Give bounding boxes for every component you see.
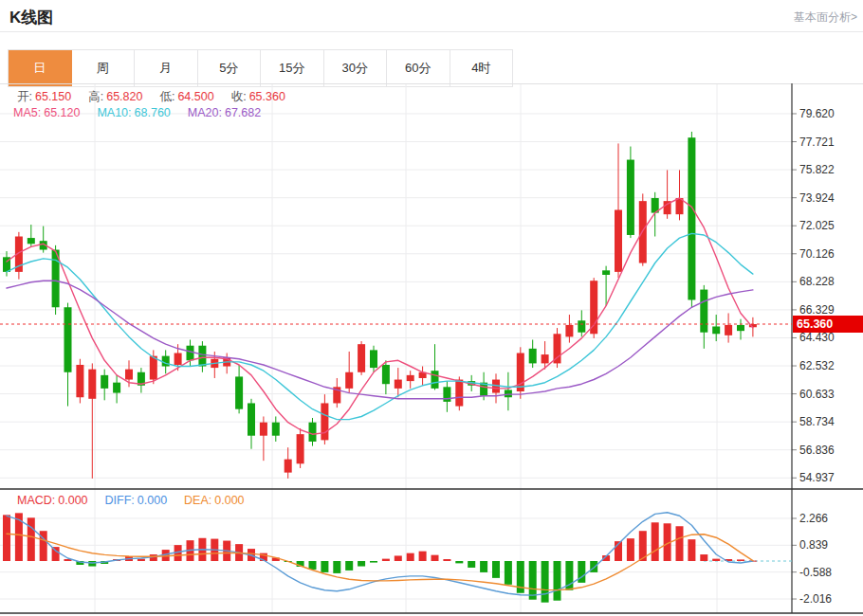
macd-histogram-bar xyxy=(505,561,512,585)
macd-histogram-bar xyxy=(700,554,707,561)
y-axis-label: 73.924 xyxy=(799,191,835,205)
candle-down xyxy=(737,325,744,331)
tab-week[interactable]: 周 xyxy=(72,50,136,86)
macd-histogram-bar xyxy=(88,561,96,567)
candle-up xyxy=(725,325,732,335)
candle-up xyxy=(358,344,365,372)
candle-down xyxy=(432,371,439,389)
candle-up xyxy=(565,325,573,336)
kline-chart-canvas[interactable]: 79.62077.72175.82273.92472.02570.12668.2… xyxy=(0,83,863,616)
candle-down xyxy=(101,375,108,389)
legend-value: 65.150 xyxy=(35,90,71,103)
y-axis-label: 56.836 xyxy=(799,444,835,457)
macd-histogram-bar xyxy=(542,561,549,603)
macd-histogram-bar xyxy=(321,561,328,572)
macd-histogram-bar xyxy=(455,561,463,563)
candle-down xyxy=(235,376,243,408)
y-axis-label: 60.633 xyxy=(799,388,835,401)
candle-down xyxy=(443,387,450,402)
macd-histogram-bar xyxy=(309,561,317,570)
y-axis-label: 72.025 xyxy=(799,219,835,232)
macd-histogram-bar xyxy=(492,561,500,578)
y-axis-label: 75.822 xyxy=(799,163,835,176)
candle-up xyxy=(395,380,402,389)
legend-label: MACD: xyxy=(17,494,55,507)
legend-label: 开: xyxy=(17,90,32,103)
tab-month[interactable]: 月 xyxy=(135,50,198,86)
ma20-line xyxy=(7,281,753,399)
legend-value: 0.000 xyxy=(214,494,244,507)
y-axis-label: 54.937 xyxy=(799,471,835,484)
macd-histogram-bar xyxy=(480,561,487,572)
page-header: K线图 基本面分析> xyxy=(0,0,863,31)
candle-down xyxy=(688,137,695,299)
fundamental-analysis-link[interactable]: 基本面分析> xyxy=(794,9,857,26)
tab-4hour[interactable]: 4时 xyxy=(450,50,514,86)
candle-up xyxy=(150,356,157,380)
candle-down xyxy=(64,307,72,372)
tab-15min[interactable]: 15分 xyxy=(261,50,324,86)
candle-down xyxy=(28,238,35,244)
candle-down xyxy=(272,423,280,436)
macd-histogram-bar xyxy=(407,553,414,561)
candle-up xyxy=(174,353,182,365)
macd-histogram-bar xyxy=(370,561,377,563)
candle-down xyxy=(505,390,512,397)
candle-down xyxy=(712,326,720,334)
candle-down xyxy=(578,320,585,332)
macd-histogram-bar xyxy=(468,561,475,568)
candle-up xyxy=(615,209,622,271)
macd-axis-label: -0.588 xyxy=(799,566,832,579)
candle-up xyxy=(297,434,304,463)
candle-down xyxy=(370,350,377,368)
candle-down xyxy=(187,346,194,361)
tab-day[interactable]: 日 xyxy=(9,50,72,86)
candle-up xyxy=(639,201,647,263)
tab-5min[interactable]: 5分 xyxy=(198,50,262,86)
macd-histogram-bar xyxy=(52,547,60,561)
tab-30min[interactable]: 30分 xyxy=(324,50,388,86)
legend-value: 67.682 xyxy=(225,106,261,119)
macd-axis-label: -2.016 xyxy=(799,592,832,606)
macd-histogram-bar xyxy=(28,517,35,561)
candle-down xyxy=(162,356,170,367)
legend-label: MA10: xyxy=(97,106,131,119)
candle-down xyxy=(309,423,317,442)
candle-up xyxy=(260,423,267,436)
y-axis-label: 77.721 xyxy=(799,136,835,149)
macd-histogram-bar xyxy=(554,561,561,601)
candle-up xyxy=(321,403,328,440)
macd-axis-label: 2.266 xyxy=(799,512,828,525)
legend-value: 65.360 xyxy=(249,90,285,103)
candle-up xyxy=(345,372,353,389)
legend-value: 65.120 xyxy=(44,106,80,119)
candle-down xyxy=(382,365,390,384)
y-axis-label: 70.126 xyxy=(799,247,835,261)
macd-histogram-bar xyxy=(676,526,684,561)
y-axis-label: 64.430 xyxy=(799,331,835,344)
macd-histogram-bar xyxy=(345,561,353,571)
macd-histogram-bar xyxy=(358,561,365,567)
tab-60min[interactable]: 60分 xyxy=(387,50,450,86)
macd-histogram-bar xyxy=(3,515,10,561)
legend-label: 高: xyxy=(88,90,103,103)
candle-down xyxy=(113,383,120,393)
candle-up xyxy=(76,365,83,397)
kline-chart-area[interactable]: 79.62077.72175.82273.92472.02570.12668.2… xyxy=(0,83,863,616)
macd-histogram-bar xyxy=(529,561,537,600)
macd-histogram-bar xyxy=(737,559,744,561)
interval-tabs: 日周月5分15分30分60分4时 xyxy=(8,49,513,87)
macd-histogram-bar xyxy=(652,522,659,561)
candle-up xyxy=(407,375,414,381)
y-axis-label: 66.329 xyxy=(799,303,835,317)
macd-histogram-bar xyxy=(712,559,720,561)
candle-up xyxy=(455,380,463,407)
candle-down xyxy=(198,346,206,367)
page-title: K线图 xyxy=(9,7,53,28)
macd-histogram-bar xyxy=(333,561,340,573)
candle-down xyxy=(602,270,610,275)
candle-down xyxy=(248,403,255,435)
legend-label: 收: xyxy=(231,90,247,103)
legend-label: DEA: xyxy=(184,494,211,507)
macd-legend: MACD:0.000DIFF:0.000DEA:0.000 xyxy=(17,494,262,507)
